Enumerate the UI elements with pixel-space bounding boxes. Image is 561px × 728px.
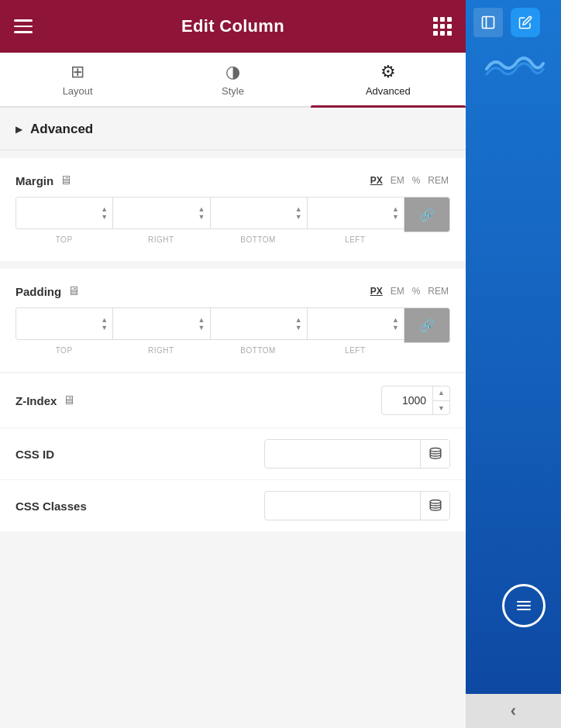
margin-bottom-input[interactable] bbox=[219, 208, 257, 219]
margin-bottom-spinner[interactable]: ▲ ▼ bbox=[295, 206, 302, 221]
margin-label: Margin bbox=[15, 174, 53, 187]
padding-unit-px[interactable]: PX bbox=[369, 284, 384, 298]
margin-unit-rem[interactable]: REM bbox=[426, 173, 450, 187]
zindex-responsive-icon[interactable]: 🖥 bbox=[63, 393, 75, 407]
margin-link-button[interactable]: 🔗 bbox=[404, 197, 450, 232]
margin-top-up[interactable]: ▲ bbox=[101, 206, 108, 213]
padding-unit-options: PX EM % REM bbox=[369, 284, 450, 298]
css-classes-input[interactable] bbox=[265, 500, 420, 512]
padding-top-input[interactable] bbox=[24, 318, 63, 330]
padding-bottom-down[interactable]: ▼ bbox=[295, 325, 302, 331]
margin-top-label: TOP bbox=[15, 235, 112, 244]
padding-bottom-spinner[interactable]: ▲ ▼ bbox=[295, 317, 302, 331]
margin-right-up[interactable]: ▲ bbox=[198, 206, 205, 213]
css-id-input[interactable] bbox=[265, 448, 420, 460]
margin-left-down[interactable]: ▼ bbox=[392, 214, 399, 221]
margin-left-label: LEFT bbox=[307, 235, 404, 244]
tab-advanced[interactable]: ⚙ Advanced bbox=[311, 53, 466, 106]
chevron-left-icon: ‹ bbox=[511, 701, 516, 721]
hamburger-menu-icon[interactable] bbox=[14, 19, 33, 33]
panel-title: Edit Column bbox=[181, 16, 284, 36]
padding-unit-em[interactable]: EM bbox=[389, 284, 406, 298]
fab-menu-button[interactable] bbox=[502, 584, 546, 627]
margin-right-spinner[interactable]: ▲ ▼ bbox=[198, 206, 205, 221]
zindex-input-wrap: ▲ ▼ bbox=[381, 386, 450, 415]
tab-style-label: Style bbox=[222, 85, 244, 97]
advanced-section-header: ▶ Advanced bbox=[0, 108, 466, 150]
css-id-label: CSS ID bbox=[15, 448, 54, 461]
margin-top-spinner[interactable]: ▲ ▼ bbox=[101, 206, 108, 221]
margin-left-input[interactable] bbox=[315, 208, 354, 219]
padding-right-cell: ▲ ▼ bbox=[113, 308, 210, 339]
panel-header: Edit Column bbox=[0, 0, 466, 53]
svg-point-1 bbox=[430, 500, 441, 504]
tab-layout[interactable]: ⊞ Layout bbox=[0, 53, 155, 106]
zindex-up[interactable]: ▲ bbox=[433, 386, 449, 401]
padding-left-up[interactable]: ▲ bbox=[392, 317, 399, 324]
padding-top-up[interactable]: ▲ bbox=[101, 317, 108, 324]
padding-right-input[interactable] bbox=[121, 318, 160, 330]
css-id-db-icon[interactable] bbox=[420, 439, 449, 469]
margin-top-cell: ▲ ▼ bbox=[16, 197, 113, 228]
tabs-bar: ⊞ Layout ◑ Style ⚙ Advanced bbox=[0, 53, 466, 108]
margin-right-input[interactable] bbox=[121, 208, 160, 219]
right-top-row bbox=[466, 0, 561, 37]
right-collapse-button[interactable]: ‹ bbox=[466, 694, 561, 728]
zindex-down[interactable]: ▼ bbox=[433, 401, 449, 416]
padding-top-down[interactable]: ▼ bbox=[101, 325, 108, 331]
padding-left-spinner[interactable]: ▲ ▼ bbox=[392, 317, 399, 331]
margin-section: Margin 🖥 PX EM % REM ▲ ▼ bbox=[0, 158, 466, 261]
margin-bottom-cell: ▲ ▼ bbox=[211, 197, 308, 228]
edit-column-panel: Edit Column ⊞ Layout ◑ Style ⚙ Advanced … bbox=[0, 0, 466, 728]
margin-bottom-down[interactable]: ▼ bbox=[295, 214, 302, 221]
margin-unit-em[interactable]: EM bbox=[389, 173, 406, 187]
padding-left-down[interactable]: ▼ bbox=[392, 325, 399, 331]
padding-bottom-up[interactable]: ▲ bbox=[295, 317, 302, 324]
padding-right-spinner[interactable]: ▲ ▼ bbox=[198, 317, 205, 331]
margin-field-header: Margin 🖥 PX EM % REM bbox=[15, 173, 450, 187]
tab-advanced-label: Advanced bbox=[366, 85, 411, 97]
css-classes-section: CSS Classes bbox=[0, 479, 466, 531]
padding-right-label: RIGHT bbox=[112, 346, 209, 355]
padding-unit-rem[interactable]: REM bbox=[426, 284, 450, 298]
wave-decoration bbox=[483, 50, 545, 88]
margin-top-input[interactable] bbox=[24, 208, 63, 219]
margin-responsive-icon[interactable]: 🖥 bbox=[60, 173, 72, 187]
padding-field-header: Padding 🖥 PX EM % REM bbox=[15, 284, 450, 298]
margin-bottom-label: BOTTOM bbox=[210, 235, 307, 244]
tab-style[interactable]: ◑ Style bbox=[155, 53, 310, 106]
padding-link-button[interactable]: 🔗 bbox=[404, 307, 450, 343]
padding-right-up[interactable]: ▲ bbox=[198, 317, 205, 324]
padding-top-spinner[interactable]: ▲ ▼ bbox=[101, 317, 108, 331]
padding-label-group: Padding 🖥 bbox=[15, 284, 80, 298]
margin-right-down[interactable]: ▼ bbox=[198, 214, 205, 221]
zindex-spinner[interactable]: ▲ ▼ bbox=[432, 386, 449, 415]
css-classes-db-icon[interactable] bbox=[420, 491, 449, 520]
panel-toggle-icon[interactable] bbox=[473, 8, 503, 37]
padding-responsive-icon[interactable]: 🖥 bbox=[67, 284, 80, 298]
style-icon: ◑ bbox=[225, 64, 240, 81]
zindex-label-group: Z-Index 🖥 bbox=[15, 393, 75, 407]
padding-bottom-label: BOTTOM bbox=[210, 346, 307, 355]
apps-grid-icon[interactable] bbox=[433, 17, 452, 36]
margin-top-down[interactable]: ▼ bbox=[101, 214, 108, 221]
margin-bottom-up[interactable]: ▲ bbox=[295, 206, 302, 213]
padding-right-down[interactable]: ▼ bbox=[198, 325, 205, 331]
padding-left-cell: ▲ ▼ bbox=[308, 308, 404, 339]
margin-unit-percent[interactable]: % bbox=[411, 173, 422, 187]
padding-unit-percent[interactable]: % bbox=[411, 284, 422, 298]
padding-left-input[interactable] bbox=[315, 318, 354, 330]
right-sidebar: ‹ bbox=[466, 0, 561, 728]
advanced-icon: ⚙ bbox=[380, 64, 396, 81]
margin-right-label: RIGHT bbox=[112, 235, 209, 244]
padding-label: Padding bbox=[15, 285, 61, 298]
collapse-arrow-icon[interactable]: ▶ bbox=[15, 124, 22, 135]
edit-pencil-icon[interactable] bbox=[511, 8, 540, 37]
zindex-input[interactable] bbox=[382, 394, 432, 407]
padding-link-label bbox=[404, 346, 450, 355]
css-id-input-wrap bbox=[264, 439, 450, 469]
padding-bottom-input[interactable] bbox=[219, 318, 257, 330]
margin-unit-px[interactable]: PX bbox=[369, 173, 384, 187]
margin-left-up[interactable]: ▲ bbox=[392, 206, 399, 213]
margin-left-spinner[interactable]: ▲ ▼ bbox=[392, 206, 399, 221]
